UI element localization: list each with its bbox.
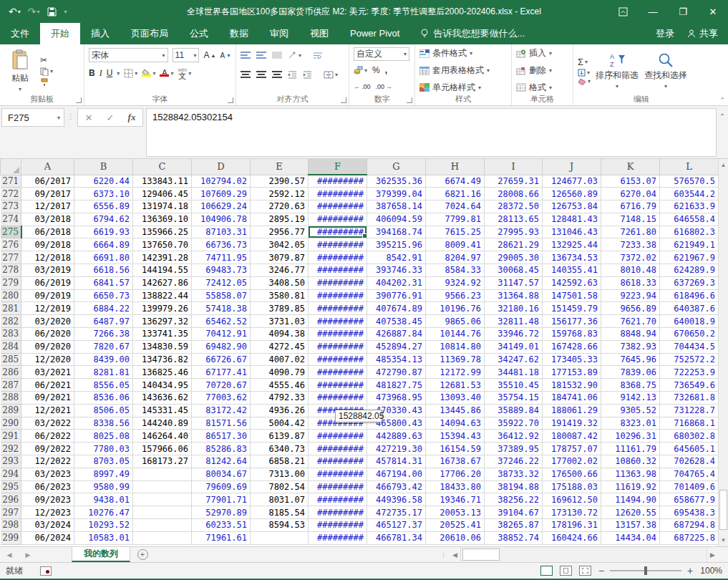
cell[interactable]: 32180.16 — [485, 302, 543, 315]
row-header-279[interactable]: 279 — [1, 276, 21, 289]
cell[interactable]: 407538.45 — [367, 315, 426, 328]
cell[interactable]: 7233.38 — [601, 238, 660, 251]
font-name-select[interactable]: 宋体▾ — [89, 48, 168, 62]
column-header-D[interactable]: D — [192, 159, 251, 175]
cell[interactable]: 28372.50 — [485, 200, 543, 213]
cell[interactable]: ######### — [309, 328, 367, 341]
cell[interactable]: 70412.91 — [192, 328, 251, 341]
scroll-up-icon[interactable]: ▲ — [719, 159, 728, 171]
cell[interactable]: 67177.41 — [192, 366, 251, 379]
cell[interactable]: 7266.38 — [74, 328, 133, 341]
column-header-G[interactable]: G — [367, 159, 426, 175]
cell[interactable] — [251, 531, 309, 544]
row-header-287[interactable]: 287 — [1, 379, 21, 392]
cell[interactable]: 452894.27 — [367, 340, 426, 353]
merge-center-icon[interactable]: ▾ — [324, 71, 338, 79]
find-select-button[interactable]: 查找和选择▾ — [644, 47, 688, 94]
cell[interactable]: 10144.76 — [426, 328, 485, 341]
cell[interactable]: 191419.32 — [543, 417, 601, 430]
row-header-285[interactable]: 285 — [1, 353, 21, 366]
scroll-down-icon[interactable]: ▼ — [719, 534, 728, 546]
cell[interactable]: 129406.45 — [133, 188, 192, 200]
cell[interactable]: 126753.84 — [543, 200, 601, 213]
cell[interactable]: 03/2023 — [21, 468, 74, 480]
cell[interactable]: 37389.95 — [485, 443, 543, 455]
cell[interactable]: 8031.07 — [251, 493, 309, 506]
cell[interactable]: 83172.42 — [192, 404, 251, 417]
cell[interactable]: 12/2021 — [21, 404, 74, 417]
cell[interactable]: 6821.16 — [426, 188, 485, 200]
cell[interactable]: 736549.6 — [660, 379, 719, 392]
cell[interactable]: 13445.86 — [426, 404, 485, 417]
cell[interactable]: 16154.59 — [426, 443, 485, 455]
cell[interactable]: 12620.55 — [601, 506, 660, 519]
cell[interactable]: 12681.53 — [426, 379, 485, 392]
cell[interactable]: 4272.45 — [251, 340, 309, 353]
sheet-nav-right-icon[interactable]: ▶ — [19, 547, 37, 562]
cell[interactable]: 7839.06 — [601, 366, 660, 379]
cell[interactable]: 181532.90 — [543, 379, 601, 392]
cell[interactable]: ######### — [309, 188, 367, 200]
cell[interactable]: 03/2018 — [21, 213, 74, 226]
cell[interactable]: 387658.14 — [367, 200, 426, 213]
cell[interactable]: 35922.70 — [485, 417, 543, 430]
cell[interactable]: 66736.73 — [192, 238, 251, 251]
cell[interactable]: 136297.32 — [133, 315, 192, 328]
cell[interactable]: 15394.43 — [426, 430, 485, 443]
cell[interactable]: 159768.83 — [543, 328, 601, 341]
cell[interactable]: 34149.01 — [485, 340, 543, 353]
cell[interactable]: 144194.55 — [133, 264, 192, 277]
cell[interactable]: 106629.24 — [192, 200, 251, 213]
cell[interactable]: 687225.8 — [660, 531, 719, 544]
middle-align-icon[interactable] — [256, 52, 266, 59]
row-header-273[interactable]: 273 — [1, 200, 21, 213]
cell[interactable]: 2390.57 — [251, 175, 309, 188]
cell[interactable]: 176500.66 — [543, 468, 601, 480]
cell[interactable]: 180087.42 — [543, 430, 601, 443]
insert-function-icon[interactable]: fx — [128, 112, 136, 123]
cell[interactable]: 12/2023 — [21, 506, 74, 519]
sort-filter-button[interactable]: A Z 排序和筛选▾ — [595, 47, 639, 94]
cell[interactable]: 3079.87 — [251, 251, 309, 264]
cell[interactable]: 31147.57 — [485, 276, 543, 289]
cell[interactable]: 8556.05 — [74, 379, 133, 392]
wrap-text-icon[interactable] — [313, 52, 323, 59]
cell[interactable]: 11494.90 — [601, 493, 660, 506]
cell[interactable]: 3731.03 — [251, 315, 309, 328]
cell[interactable]: 3789.85 — [251, 302, 309, 315]
formula-bar-collapse-icon[interactable]: ⌃ — [717, 108, 728, 120]
cell[interactable]: 146264.40 — [133, 430, 192, 443]
cell[interactable]: 6556.89 — [74, 200, 133, 213]
customize-qat-icon[interactable]: ▾ — [64, 9, 67, 15]
cell[interactable] — [133, 519, 192, 532]
row-header-283[interactable]: 283 — [1, 328, 21, 341]
tab-视图[interactable]: 视图 — [299, 23, 339, 44]
cell[interactable]: 20525.41 — [426, 519, 485, 532]
cell[interactable]: 8506.05 — [74, 404, 133, 417]
sheet-tab-active[interactable]: 我的数列 — [72, 547, 130, 562]
cell[interactable]: 12/2022 — [21, 455, 74, 468]
cell[interactable]: 8185.54 — [251, 506, 309, 519]
horizontal-scroll-track[interactable] — [460, 547, 707, 562]
cell[interactable]: 8703.05 — [74, 455, 133, 468]
cell[interactable]: 7820.67 — [74, 340, 133, 353]
cell[interactable]: 4090.79 — [251, 366, 309, 379]
cell[interactable]: 9142.13 — [601, 392, 660, 405]
alignment-dialog-launcher[interactable] — [341, 97, 346, 103]
cell[interactable]: 695438.3 — [660, 506, 719, 519]
row-header-286[interactable]: 286 — [1, 366, 21, 379]
cell[interactable]: 77003.62 — [192, 392, 251, 405]
cell[interactable]: 38256.22 — [485, 493, 543, 506]
cell[interactable]: 140434.95 — [133, 379, 192, 392]
cell[interactable]: 8025.08 — [74, 430, 133, 443]
cell[interactable]: 576570.5 — [660, 175, 719, 188]
cell[interactable]: 442889.63 — [367, 430, 426, 443]
shrink-font-icon[interactable]: A▼ — [220, 52, 231, 59]
cell[interactable]: 77901.71 — [192, 493, 251, 506]
page-break-view-icon[interactable] — [579, 566, 591, 576]
tab-审阅[interactable]: 审阅 — [259, 23, 299, 44]
cell[interactable]: 406094.59 — [367, 213, 426, 226]
cell[interactable]: 136369.10 — [133, 213, 192, 226]
cell[interactable]: 624289.9 — [660, 264, 719, 277]
zoom-in-icon[interactable]: + — [687, 565, 693, 576]
